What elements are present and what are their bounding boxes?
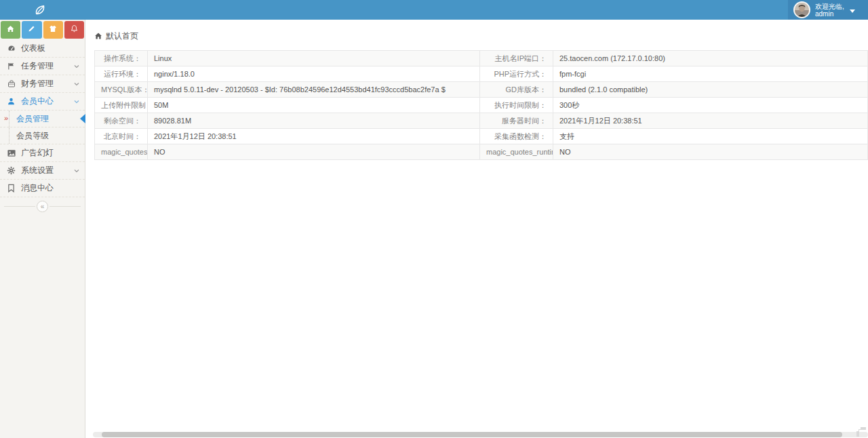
sidebar-item-messages[interactable]: 消息中心: [0, 180, 85, 197]
chevron-down-icon: [74, 82, 79, 86]
flag-icon: [6, 62, 16, 71]
info-label-cell: 北京时间：: [95, 129, 148, 144]
info-value-cell: 支持: [553, 129, 868, 144]
sidebar-item-finance[interactable]: 财务管理: [0, 75, 85, 93]
sidebar-item-label: 会员等级: [16, 130, 49, 142]
info-label-cell: 采集函数检测：: [480, 129, 553, 144]
bookmark-icon: [6, 184, 16, 193]
chevron-down-icon: [74, 64, 79, 68]
info-value-cell: 2021年1月12日 20:38:51: [553, 113, 868, 129]
active-arrow-marker: »: [4, 114, 8, 122]
sidebar-item-tasks[interactable]: 任务管理: [0, 58, 85, 75]
welcome-line2: admin: [815, 10, 833, 18]
info-value-cell: 25.taocen.com (172.17.0.10:80): [553, 51, 868, 66]
home-quick-button[interactable]: [1, 21, 20, 39]
user-icon: [6, 97, 16, 106]
info-label-cell: 主机名IP端口：: [480, 51, 553, 66]
info-label-cell: magic_quotes_runtime :: [480, 144, 553, 160]
topbar: 欢迎光临, admin: [0, 0, 868, 20]
sidebar-item-member-center[interactable]: 会员中心: [0, 93, 85, 111]
gear-icon: [6, 166, 16, 176]
info-label-cell: PHP运行方式：: [480, 66, 553, 82]
sidebar-item-label: 会员中心: [21, 96, 74, 107]
chevron-down-icon: [74, 169, 79, 173]
info-label-cell: 上传附件限制：: [95, 98, 148, 113]
info-label-cell: 执行时间限制：: [480, 98, 553, 113]
divider: [4, 206, 35, 207]
table-row: 操作系统：Linux主机名IP端口：25.taocen.com (172.17.…: [95, 51, 868, 66]
sidebar-item-ad-slides[interactable]: 广告幻灯: [0, 144, 85, 162]
table-row: 北京时间：2021年1月12日 20:38:51采集函数检测：支持: [95, 129, 868, 144]
page-title: 默认首页: [106, 31, 138, 41]
sidebar-item-label: 财务管理: [21, 78, 74, 89]
resize-grip-icon: [859, 430, 866, 437]
info-value-cell: NO: [148, 144, 480, 160]
home-icon: [94, 32, 102, 40]
system-info-table: 操作系统：Linux主机名IP端口：25.taocen.com (172.17.…: [94, 50, 868, 160]
info-label-cell: 服务器时间：: [480, 113, 553, 129]
sidebar-item-label: 任务管理: [21, 60, 74, 72]
info-value-cell: fpm-fcgi: [553, 66, 868, 82]
pencil-icon: [27, 24, 36, 35]
main-content: 默认首页 操作系统：Linux主机名IP端口：25.taocen.com (17…: [86, 20, 868, 438]
table-row: 剩余空间：89028.81M服务器时间：2021年1月12日 20:38:51: [95, 113, 868, 129]
system-info-table-body: 操作系统：Linux主机名IP端口：25.taocen.com (172.17.…: [95, 51, 868, 160]
info-label-cell: 剩余空间：: [95, 113, 148, 129]
sidebar-item-settings[interactable]: 系统设置: [0, 162, 85, 180]
info-value-cell: NO: [553, 144, 868, 160]
info-label-cell: MYSQL版本：: [95, 82, 148, 98]
quick-buttons: [0, 20, 85, 40]
info-value-cell: 2021年1月12日 20:38:51: [148, 129, 480, 144]
horizontal-scrollbar-track[interactable]: [93, 432, 868, 437]
welcome-text: 欢迎光临, admin: [815, 3, 844, 18]
shirt-icon: [48, 24, 58, 35]
table-row: MYSQL版本：mysqlnd 5.0.11-dev - 20120503 - …: [95, 82, 868, 98]
info-value-cell: 300秒: [553, 98, 868, 113]
sidebar-item-dashboard[interactable]: 仪表板: [0, 40, 85, 58]
horizontal-scrollbar-thumb[interactable]: [102, 432, 842, 437]
info-label-cell: magic_quotes_gpc :: [95, 144, 148, 160]
archive-icon: [6, 79, 16, 89]
table-row: magic_quotes_gpc :NOmagic_quotes_runtime…: [95, 144, 868, 160]
info-value-cell: bundled (2.1.0 compatible): [553, 82, 868, 98]
info-label-cell: GD库版本：: [480, 82, 553, 98]
sidebar-menu: 仪表板 任务管理 财务管理 会员中心: [0, 40, 85, 214]
chevron-down-icon: [850, 9, 855, 13]
active-wedge-icon: [80, 114, 85, 123]
table-row: 运行环境：nginx/1.18.0PHP运行方式：fpm-fcgi: [95, 66, 868, 82]
sidebar-collapse-button[interactable]: «: [0, 198, 85, 214]
info-label-cell: 运行环境：: [95, 66, 148, 82]
breadcrumb[interactable]: 默认首页: [94, 31, 868, 41]
sidebar-item-label: 会员管理: [16, 113, 49, 125]
info-label-cell: 操作系统：: [95, 51, 148, 66]
sidebar-subitem-member-manage[interactable]: » 会员管理: [0, 111, 85, 127]
gauge-icon: [6, 44, 16, 54]
info-value-cell: Linux: [148, 51, 480, 66]
sidebar-item-label: 消息中心: [21, 182, 79, 194]
sidebar: 仪表板 任务管理 财务管理 会员中心: [0, 20, 85, 438]
table-row: 上传附件限制：50M执行时间限制：300秒: [95, 98, 868, 113]
leaf-logo-icon: [32, 2, 47, 18]
edit-quick-button[interactable]: [22, 21, 41, 39]
sidebar-subitem-member-level[interactable]: 会员等级: [0, 127, 85, 144]
divider: [50, 206, 81, 207]
sidebar-item-label: 系统设置: [21, 165, 74, 176]
user-avatar: [793, 1, 810, 18]
notice-quick-button[interactable]: [64, 21, 84, 39]
chevron-down-icon: [74, 100, 79, 104]
sidebar-item-label: 仪表板: [21, 43, 79, 54]
welcome-line1: 欢迎光临,: [815, 3, 844, 10]
info-value-cell: nginx/1.18.0: [148, 66, 480, 82]
info-value-cell: mysqlnd 5.0.11-dev - 20120503 - $Id: 76b…: [148, 82, 480, 98]
collapse-icon: «: [37, 201, 48, 212]
bell-icon: [70, 24, 79, 35]
member-quick-button[interactable]: [43, 21, 63, 39]
image-icon: [6, 148, 16, 158]
info-value-cell: 89028.81M: [148, 113, 480, 129]
info-value-cell: 50M: [148, 98, 480, 113]
user-menu[interactable]: 欢迎光临, admin: [788, 0, 868, 20]
home-icon: [6, 24, 15, 35]
sidebar-item-label: 广告幻灯: [21, 147, 79, 159]
